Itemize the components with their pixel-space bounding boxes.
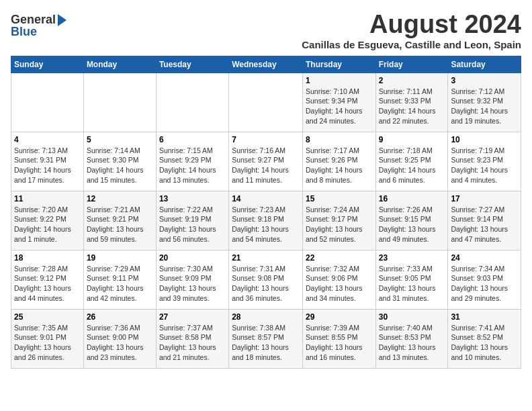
calendar-day-cell: 10Sunrise: 7:19 AM Sunset: 9:23 PM Dayli… (448, 132, 521, 191)
day-info: Sunrise: 7:16 AM Sunset: 9:27 PM Dayligh… (232, 146, 300, 185)
calendar-day-cell: 23Sunrise: 7:33 AM Sunset: 9:05 PM Dayli… (375, 250, 448, 309)
day-number: 30 (379, 312, 445, 322)
calendar-day-cell: 27Sunrise: 7:37 AM Sunset: 8:58 PM Dayli… (156, 309, 228, 368)
calendar-day-cell: 26Sunrise: 7:36 AM Sunset: 9:00 PM Dayli… (83, 309, 156, 368)
day-info: Sunrise: 7:23 AM Sunset: 9:18 PM Dayligh… (232, 205, 300, 244)
calendar-day-cell: 29Sunrise: 7:39 AM Sunset: 8:55 PM Dayli… (302, 309, 375, 368)
day-number: 19 (87, 253, 153, 263)
calendar-day-cell: 16Sunrise: 7:26 AM Sunset: 9:15 PM Dayli… (375, 191, 448, 250)
day-info: Sunrise: 7:31 AM Sunset: 9:08 PM Dayligh… (232, 264, 300, 304)
weekday-header-thursday: Thursday (302, 56, 375, 73)
day-number: 12 (87, 194, 153, 203)
calendar-day-cell: 15Sunrise: 7:24 AM Sunset: 9:17 PM Dayli… (302, 191, 375, 250)
logo-text-blue: Blue (11, 26, 37, 39)
weekday-header-row: SundayMondayTuesdayWednesdayThursdayFrid… (11, 56, 521, 73)
day-number: 9 (379, 135, 445, 144)
calendar-day-cell: 12Sunrise: 7:21 AM Sunset: 9:21 PM Dayli… (83, 191, 156, 250)
calendar-day-cell (229, 73, 303, 132)
calendar-day-cell: 11Sunrise: 7:20 AM Sunset: 9:22 PM Dayli… (11, 191, 84, 250)
calendar-day-cell: 24Sunrise: 7:34 AM Sunset: 9:03 PM Dayli… (448, 250, 521, 309)
day-number: 11 (14, 194, 81, 203)
day-number: 29 (306, 312, 373, 322)
calendar-day-cell (11, 73, 84, 132)
day-info: Sunrise: 7:14 AM Sunset: 9:30 PM Dayligh… (87, 146, 153, 185)
calendar-day-cell: 22Sunrise: 7:32 AM Sunset: 9:06 PM Dayli… (302, 250, 375, 309)
weekday-header-tuesday: Tuesday (156, 56, 228, 73)
calendar-day-cell: 2Sunrise: 7:11 AM Sunset: 9:33 PM Daylig… (375, 73, 448, 132)
day-info: Sunrise: 7:41 AM Sunset: 8:52 PM Dayligh… (451, 323, 518, 363)
calendar-day-cell: 30Sunrise: 7:40 AM Sunset: 8:53 PM Dayli… (375, 309, 448, 368)
day-info: Sunrise: 7:33 AM Sunset: 9:05 PM Dayligh… (379, 264, 445, 304)
day-number: 17 (451, 194, 518, 203)
weekday-header-monday: Monday (83, 56, 156, 73)
day-number: 15 (306, 194, 373, 203)
day-info: Sunrise: 7:20 AM Sunset: 9:22 PM Dayligh… (14, 205, 81, 244)
weekday-header-wednesday: Wednesday (229, 56, 303, 73)
calendar-week-row: 1Sunrise: 7:10 AM Sunset: 9:34 PM Daylig… (11, 73, 521, 132)
logo-arrow-icon (58, 14, 66, 26)
day-info: Sunrise: 7:27 AM Sunset: 9:14 PM Dayligh… (451, 205, 518, 244)
day-info: Sunrise: 7:40 AM Sunset: 8:53 PM Dayligh… (379, 323, 445, 363)
day-number: 25 (14, 312, 81, 322)
day-number: 7 (232, 135, 300, 144)
calendar-day-cell: 5Sunrise: 7:14 AM Sunset: 9:30 PM Daylig… (83, 132, 156, 191)
calendar-day-cell: 18Sunrise: 7:28 AM Sunset: 9:12 PM Dayli… (11, 250, 84, 309)
weekday-header-saturday: Saturday (448, 56, 521, 73)
day-info: Sunrise: 7:18 AM Sunset: 9:25 PM Dayligh… (379, 146, 445, 185)
day-number: 6 (159, 135, 226, 144)
day-number: 3 (451, 76, 518, 85)
day-number: 5 (87, 135, 153, 144)
day-number: 22 (306, 253, 373, 263)
calendar-day-cell: 6Sunrise: 7:15 AM Sunset: 9:29 PM Daylig… (156, 132, 228, 191)
day-info: Sunrise: 7:38 AM Sunset: 8:57 PM Dayligh… (232, 323, 300, 363)
calendar-week-row: 4Sunrise: 7:13 AM Sunset: 9:31 PM Daylig… (11, 132, 521, 191)
day-info: Sunrise: 7:34 AM Sunset: 9:03 PM Dayligh… (451, 264, 518, 304)
day-number: 28 (232, 312, 300, 322)
weekday-header-sunday: Sunday (11, 56, 84, 73)
calendar-day-cell: 20Sunrise: 7:30 AM Sunset: 9:09 PM Dayli… (156, 250, 228, 309)
calendar-day-cell: 17Sunrise: 7:27 AM Sunset: 9:14 PM Dayli… (448, 191, 521, 250)
day-info: Sunrise: 7:12 AM Sunset: 9:32 PM Dayligh… (451, 87, 518, 126)
calendar-day-cell: 31Sunrise: 7:41 AM Sunset: 8:52 PM Dayli… (448, 309, 521, 368)
day-info: Sunrise: 7:32 AM Sunset: 9:06 PM Dayligh… (306, 264, 373, 304)
day-number: 20 (159, 253, 226, 263)
day-info: Sunrise: 7:28 AM Sunset: 9:12 PM Dayligh… (14, 264, 81, 304)
calendar-table: SundayMondayTuesdayWednesdayThursdayFrid… (11, 56, 521, 369)
day-number: 4 (14, 135, 81, 144)
day-info: Sunrise: 7:24 AM Sunset: 9:17 PM Dayligh… (306, 205, 373, 244)
day-info: Sunrise: 7:15 AM Sunset: 9:29 PM Dayligh… (159, 146, 226, 185)
day-info: Sunrise: 7:21 AM Sunset: 9:21 PM Dayligh… (87, 205, 153, 244)
day-info: Sunrise: 7:37 AM Sunset: 8:58 PM Dayligh… (159, 323, 226, 363)
weekday-header-friday: Friday (375, 56, 448, 73)
calendar-day-cell: 4Sunrise: 7:13 AM Sunset: 9:31 PM Daylig… (11, 132, 84, 191)
calendar-day-cell: 8Sunrise: 7:17 AM Sunset: 9:26 PM Daylig… (302, 132, 375, 191)
day-info: Sunrise: 7:11 AM Sunset: 9:33 PM Dayligh… (379, 87, 445, 126)
day-number: 18 (14, 253, 81, 263)
day-info: Sunrise: 7:36 AM Sunset: 9:00 PM Dayligh… (87, 323, 153, 363)
title-block: August 2024 Canillas de Esgueva, Castill… (302, 11, 521, 50)
day-info: Sunrise: 7:22 AM Sunset: 9:19 PM Dayligh… (159, 205, 226, 244)
day-number: 23 (379, 253, 445, 263)
day-info: Sunrise: 7:26 AM Sunset: 9:15 PM Dayligh… (379, 205, 445, 244)
day-number: 8 (306, 135, 373, 144)
day-info: Sunrise: 7:19 AM Sunset: 9:23 PM Dayligh… (451, 146, 518, 185)
day-info: Sunrise: 7:35 AM Sunset: 9:01 PM Dayligh… (14, 323, 81, 363)
calendar-day-cell: 1Sunrise: 7:10 AM Sunset: 9:34 PM Daylig… (302, 73, 375, 132)
calendar-week-row: 18Sunrise: 7:28 AM Sunset: 9:12 PM Dayli… (11, 250, 521, 309)
day-info: Sunrise: 7:29 AM Sunset: 9:11 PM Dayligh… (87, 264, 153, 304)
day-info: Sunrise: 7:17 AM Sunset: 9:26 PM Dayligh… (306, 146, 373, 185)
day-number: 2 (379, 76, 445, 85)
day-number: 27 (159, 312, 226, 322)
page-header: General Blue August 2024 Canillas de Esg… (11, 11, 521, 50)
calendar-day-cell: 19Sunrise: 7:29 AM Sunset: 9:11 PM Dayli… (83, 250, 156, 309)
day-number: 1 (306, 76, 373, 85)
calendar-day-cell: 28Sunrise: 7:38 AM Sunset: 8:57 PM Dayli… (229, 309, 303, 368)
calendar-day-cell (83, 73, 156, 132)
calendar-day-cell: 25Sunrise: 7:35 AM Sunset: 9:01 PM Dayli… (11, 309, 84, 368)
day-number: 24 (451, 253, 518, 263)
day-number: 13 (159, 194, 226, 203)
calendar-day-cell: 13Sunrise: 7:22 AM Sunset: 9:19 PM Dayli… (156, 191, 228, 250)
day-number: 16 (379, 194, 445, 203)
calendar-day-cell (156, 73, 228, 132)
day-number: 14 (232, 194, 300, 203)
